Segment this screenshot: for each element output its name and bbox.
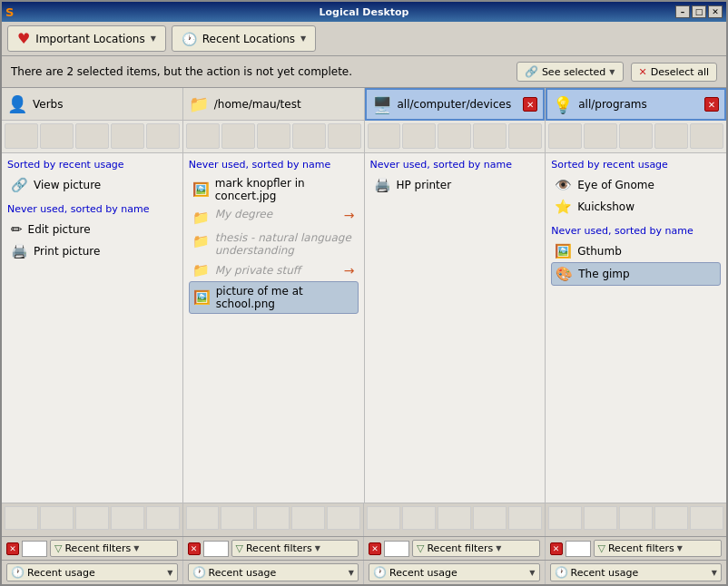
recent-row: 🕐 Recent usage ▼ 🕐 Recent usage ▼ 🕐 Rece… [2,561,726,584]
list-item[interactable]: ✏️ Edit picture [7,219,177,240]
folder-icon: 📁 [189,94,209,113]
printer-icon: 🖨️ [11,243,28,259]
image-icon: 🖼️ [192,181,210,198]
deselect-all-button[interactable]: ✕ Deselect all [631,63,718,82]
item-label: Eye of Gnome [577,179,654,191]
dropdown-arrow-icon: ▼ [167,569,172,577]
bulb-icon: 💡 [553,95,573,114]
item-label: Gthumb [577,245,622,258]
mini-cell [654,123,688,149]
filter-icon: ▽ [236,542,243,554]
mini-cell [368,123,401,149]
recent-dropdown-2[interactable]: 🕐 Recent usage ▼ [188,563,359,581]
mini-cell [508,123,542,149]
recent-locations-button[interactable]: 🕐 Recent Locations ▼ [172,25,316,52]
list-item[interactable]: ⭐ Kuickshow [551,196,721,218]
close-column-button[interactable]: ✕ [523,97,537,112]
close-button[interactable]: ✕ [708,5,723,18]
bottom-cells-2 [183,503,365,536]
sort-label-recent[interactable]: Sorted by recent usage [7,159,177,171]
mini-cell [438,123,471,149]
recent-label: Recent usage [389,567,457,579]
window-title: Logical Desktop [320,6,409,18]
chevron-down-icon2: ▼ [300,34,306,43]
mini-cell [75,506,109,530]
mini-grid-home [183,121,364,153]
toolbar: ♥ Important Locations ▼ 🕐 Recent Locatio… [2,22,726,56]
sort-label-never2[interactable]: Never used, sorted by name [189,159,359,171]
list-item[interactable]: 🔗 View picture [7,174,177,196]
dropdown-arrow-icon: ▼ [529,569,535,577]
close-programs-button[interactable]: ✕ [704,97,719,112]
dropdown-arrow-icon: ▼ [712,569,717,577]
important-locations-button[interactable]: ♥ Important Locations ▼ [7,25,166,52]
filter-dropdown[interactable]: ▽ Recent filters ▼ [594,540,723,557]
filter-dropdown[interactable]: ▽ Recent filters ▼ [50,540,178,557]
sort-label-never4[interactable]: Never used, sorted by name [551,225,721,237]
notification-bar: There are 2 selected items, but the acti… [2,56,726,88]
list-item[interactable]: 📁 My private stuff → [189,259,359,281]
app-icon: S [5,5,14,19]
list-item-selected[interactable]: 🎨 The gimp [551,262,721,286]
column-header-verbs: 👤 Verbs [2,88,182,121]
recent-dropdown-1[interactable]: 🕐 Recent usage ▼ [6,563,178,581]
see-selected-button[interactable]: 🔗 See selected ▼ [516,62,624,82]
minimize-button[interactable]: – [675,5,690,18]
image-icon2: 🖼️ [193,289,211,306]
column-title-programs: all/programs [578,98,647,111]
list-item[interactable]: 📁 thesis - natural language understandin… [189,229,359,259]
mini-grid-programs [546,121,726,153]
column-body-home: Never used, sorted by name 🖼️ mark knopf… [183,153,364,503]
chevron-down-icon: ▼ [151,34,156,43]
recent-label: Recent usage [571,567,639,579]
mini-cell [654,506,688,530]
filter-input[interactable] [22,541,47,557]
column-home: 📁 /home/mau/test Never used, sorted by n… [183,88,365,503]
filter-label: Recent filters [608,542,674,554]
maximize-button[interactable]: □ [692,5,706,18]
item-label: My degree [215,208,272,220]
recent-dropdown-3[interactable]: 🕐 Recent usage ▼ [369,563,540,581]
pencil-icon: ✏️ [11,221,23,238]
list-item[interactable]: 🖼️ Gthumb [551,240,721,262]
filter-cell-3: ✕ ▽ Recent filters ▼ [364,537,546,560]
recent-dropdown-4[interactable]: 🕐 Recent usage ▼ [550,563,723,581]
sort-label-never[interactable]: Never used, sorted by name [7,203,177,215]
mini-cell [619,123,653,149]
list-item-selected[interactable]: 🖼️ picture of me at school.png [189,281,359,314]
mini-cell [186,506,220,530]
clock-icon3: 🕐 [373,566,387,579]
clock-icon2: 🕐 [192,566,206,579]
filter-input[interactable] [566,541,591,557]
list-item[interactable]: 🖨️ Print picture [7,240,177,262]
filter-clear-button[interactable]: ✕ [188,542,201,555]
filter-input[interactable] [384,541,409,557]
list-item[interactable]: 🖨️ HP printer [370,174,540,196]
filter-cell-2: ✕ ▽ Recent filters ▼ [183,537,365,560]
mini-cell [5,123,38,149]
column-title-home: /home/mau/test [214,98,301,111]
filter-clear-button[interactable]: ✕ [550,542,563,555]
dropdown-arrow-icon: ▼ [496,544,501,552]
mini-cell [690,506,723,530]
link-icon: 🔗 [525,65,538,78]
mini-cell [402,506,436,530]
list-item[interactable]: 👁️ Eye of Gnome [551,174,721,196]
filter-dropdown[interactable]: ▽ Recent filters ▼ [412,540,540,557]
filter-label: Recent filters [246,542,312,554]
sort-label-never3[interactable]: Never used, sorted by name [370,159,540,171]
column-body-devices: Never used, sorted by name 🖨️ HP printer [365,153,546,503]
filter-input[interactable] [203,541,229,557]
filter-dropdown[interactable]: ▽ Recent filters ▼ [231,540,359,557]
list-item[interactable]: 📁 My degree → [189,205,359,229]
mini-cell [690,123,723,149]
mini-cell [619,506,653,530]
list-item[interactable]: 🖼️ mark knopfler in concert.jpg [189,174,359,205]
filter-clear-button[interactable]: ✕ [369,542,381,555]
filter-clear-button[interactable]: ✕ [6,542,19,555]
recent-cell-2: 🕐 Recent usage ▼ [183,561,365,584]
sort-label-recent2[interactable]: Sorted by recent usage [551,159,721,171]
mini-cell [146,123,180,149]
mini-cell [291,506,325,530]
mini-cell [473,506,507,530]
